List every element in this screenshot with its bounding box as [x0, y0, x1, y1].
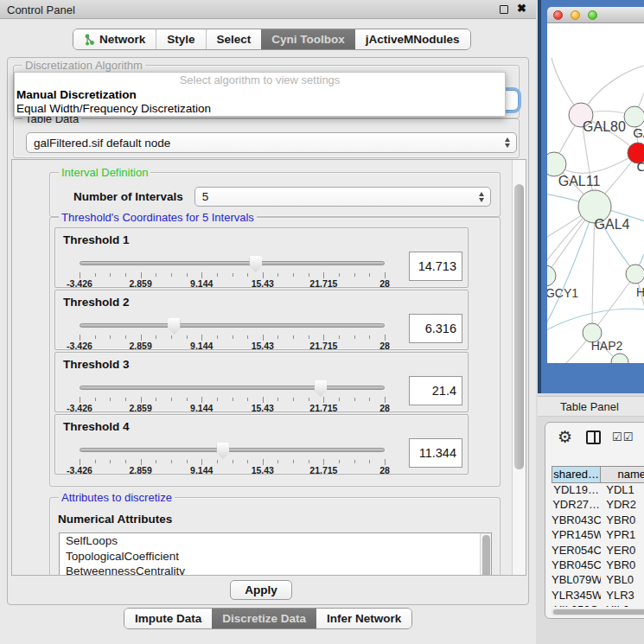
table-row[interactable]: YIL052CYIL0: [552, 603, 644, 607]
network-node[interactable]: [626, 265, 644, 284]
network-window-titlebar[interactable]: [547, 7, 644, 23]
cell-name[interactable]: YPR1: [601, 528, 644, 543]
close-icon[interactable]: ✖: [517, 2, 526, 15]
cell-name[interactable]: YBL0: [601, 573, 644, 588]
table-row[interactable]: YDL19…YDL1: [552, 483, 644, 498]
gear-icon[interactable]: ⚙: [558, 427, 572, 447]
cell-name[interactable]: YDL1: [601, 483, 644, 498]
table-row[interactable]: YBR043CYBR0: [552, 513, 644, 528]
panel-vertical-scrollbar[interactable]: [512, 160, 526, 575]
slider-thumb[interactable]: [216, 443, 229, 459]
close-traffic-light-icon[interactable]: [553, 10, 563, 20]
table-data-selected-value: galFiltered.sif default node: [34, 137, 170, 150]
threshold-slider[interactable]: [80, 318, 385, 334]
threshold-value[interactable]: 6.316: [409, 314, 462, 343]
cell-shared-name[interactable]: YBR043C: [552, 513, 601, 528]
threshold-value[interactable]: 11.344: [409, 438, 462, 468]
float-window-icon[interactable]: [500, 5, 508, 14]
spinner-arrows-icon: [479, 192, 484, 202]
tab-infer-network[interactable]: Infer Network: [316, 609, 411, 628]
cell-name[interactable]: YIL0: [601, 603, 644, 607]
table-row[interactable]: YER054CYER0: [552, 544, 644, 558]
table-row[interactable]: YDR27…YDR2: [552, 498, 644, 513]
tab-style[interactable]: Style: [156, 29, 205, 49]
attributes-scrollbar[interactable]: [480, 533, 491, 576]
node-label: HAP2: [591, 339, 623, 353]
column-header-shared[interactable]: shared…: [552, 466, 601, 483]
tab-select[interactable]: Select: [206, 29, 262, 49]
attribute-item[interactable]: TopologicalCoefficient: [60, 549, 491, 564]
threshold-slider[interactable]: [80, 380, 385, 396]
numerical-attributes-label: Numerical Attributes: [58, 513, 172, 526]
threshold-slider[interactable]: [80, 443, 385, 458]
cell-shared-name[interactable]: YIL052C: [552, 603, 601, 607]
tab-discretize-data[interactable]: Discretize Data: [212, 609, 316, 628]
attributes-scrollbar-thumb[interactable]: [482, 535, 490, 576]
numerical-attributes-list[interactable]: SelfLoopsTopologicalCoefficientBetweenne…: [59, 532, 492, 576]
tab-cyni-toolbox[interactable]: Cyni Toolbox: [261, 29, 355, 49]
table-panel: ⚙ ☑☑ shared… name YDL19…YDL1YDR27…YDR2YB…: [545, 422, 644, 619]
network-node[interactable]: [611, 354, 628, 363]
bottom-tab-bar: Impute Data Discretize Data Infer Networ…: [124, 608, 412, 629]
cell-shared-name[interactable]: YBR045C: [552, 558, 601, 573]
network-canvas[interactable]: GAL80GACGAL11GAL4GCY1HHAP2: [547, 23, 644, 363]
interval-definition-group-title: Interval Definition: [59, 166, 150, 179]
threshold-box: Threshold 4 -3.4262.8599.14415.4321.7152…: [54, 414, 469, 475]
cell-shared-name[interactable]: YDL19…: [552, 483, 601, 498]
slider-track[interactable]: [80, 323, 385, 328]
attribute-item[interactable]: SelfLoops: [60, 533, 491, 549]
slider-thumb[interactable]: [249, 256, 262, 272]
table-scrollbar-thumb[interactable]: [553, 609, 644, 615]
cell-name[interactable]: YLR3: [601, 589, 644, 603]
tab-jactivemnodules[interactable]: jActiveMNodules: [355, 29, 470, 49]
minimize-traffic-light-icon[interactable]: [571, 10, 580, 20]
network-node[interactable]: [547, 152, 566, 176]
node-label: GAL4: [595, 217, 630, 232]
cell-name[interactable]: YBR0: [601, 558, 644, 573]
cell-shared-name[interactable]: YLR345W: [552, 589, 601, 603]
network-node[interactable]: [624, 106, 644, 127]
table-row[interactable]: YBL079WYBL0: [552, 573, 644, 588]
cell-name[interactable]: YER0: [601, 544, 644, 558]
zoom-traffic-light-icon[interactable]: [588, 10, 597, 20]
attribute-item[interactable]: BetweennessCentrality: [60, 564, 491, 576]
node-label: GAL80: [583, 119, 626, 134]
table-data-select[interactable]: galFiltered.sif default node: [26, 132, 517, 153]
apply-button[interactable]: Apply: [230, 580, 292, 600]
table-row[interactable]: YLR345WYLR3: [552, 589, 644, 603]
threshold-value[interactable]: 21.4: [409, 376, 462, 405]
algorithm-option-manual[interactable]: Manual Discretization: [15, 88, 505, 102]
cell-shared-name[interactable]: YDR27…: [552, 498, 601, 513]
number-of-intervals-select[interactable]: 5: [194, 187, 491, 207]
tab-impute-data[interactable]: Impute Data: [124, 609, 212, 628]
threshold-slider[interactable]: [80, 256, 385, 271]
threshold-list: Threshold 1 -3.4262.8599.14415.4321.7152…: [54, 227, 469, 476]
slider-track[interactable]: [80, 261, 385, 265]
threshold-value[interactable]: 14.713: [409, 252, 462, 281]
cell-name[interactable]: YBR0: [601, 513, 644, 528]
slider-track[interactable]: [80, 448, 385, 452]
threshold-label: Threshold 1: [63, 233, 130, 246]
table-row[interactable]: YPR145WYPR1: [552, 528, 644, 543]
tab-label: Discretize Data: [222, 612, 306, 625]
slider-thumb[interactable]: [314, 380, 327, 397]
columns-icon[interactable]: [586, 430, 601, 444]
slider-thumb[interactable]: [168, 318, 181, 335]
tab-label: Network: [99, 33, 145, 46]
node-label: GA: [633, 125, 644, 140]
column-header-name[interactable]: name: [601, 466, 644, 483]
panel-scrollbar-thumb[interactable]: [514, 184, 524, 469]
table-row[interactable]: YBR045CYBR0: [552, 558, 644, 573]
table-horizontal-scrollbar[interactable]: [552, 609, 644, 615]
cell-shared-name[interactable]: YPR145W: [552, 528, 601, 543]
slider-track[interactable]: [80, 386, 385, 390]
tab-network[interactable]: Network: [73, 29, 156, 49]
cell-shared-name[interactable]: YBL079W: [552, 573, 601, 588]
algorithm-option-equal-width[interactable]: Equal Width/Frequency Discretization: [15, 102, 505, 116]
cyni-toolbox-panel: Discretization Algorithm Select algorith…: [7, 57, 529, 605]
checkbox-icons[interactable]: ☑☑: [612, 430, 634, 443]
node-label: GAL11: [558, 174, 601, 188]
network-node[interactable]: [547, 265, 556, 286]
cell-shared-name[interactable]: YER054C: [552, 544, 601, 558]
cell-name[interactable]: YDR2: [601, 498, 644, 513]
